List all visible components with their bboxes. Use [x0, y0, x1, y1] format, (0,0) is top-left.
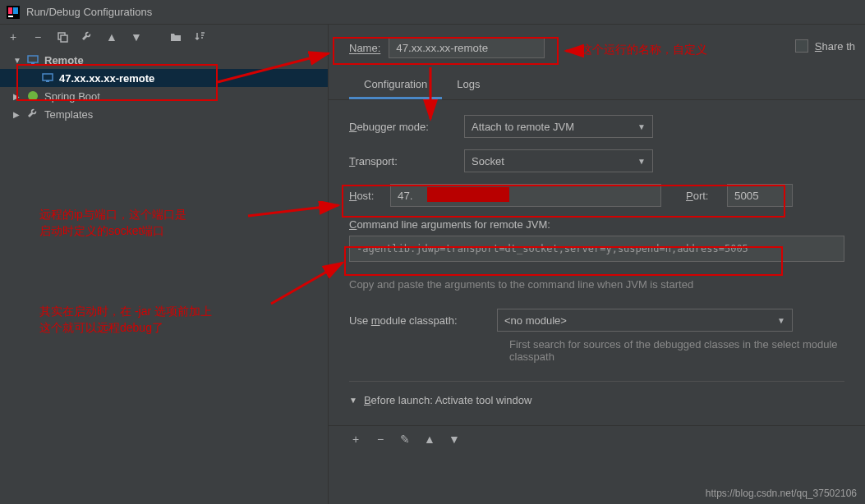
- remote-icon: [41, 71, 54, 85]
- wrench-icon: [26, 108, 39, 121]
- tab-configuration[interactable]: Configuration: [349, 71, 442, 99]
- tree-item-spring-boot[interactable]: ▶ Spring Boot: [0, 87, 328, 105]
- svg-rect-8: [43, 74, 53, 80]
- svg-rect-3: [8, 16, 13, 17]
- folder-icon[interactable]: [169, 30, 182, 44]
- add-icon[interactable]: +: [7, 30, 20, 44]
- down-icon[interactable]: ▼: [130, 30, 143, 44]
- config-toolbar: + − ▲ ▼: [0, 25, 328, 49]
- remove-icon[interactable]: −: [374, 433, 387, 446]
- watermark: https://blog.csdn.net/qq_37502106: [706, 488, 857, 499]
- share-label: Share th: [815, 40, 855, 53]
- name-row: Name:: [329, 25, 865, 65]
- sort-icon[interactable]: [194, 30, 207, 44]
- edit-icon[interactable]: ✎: [398, 433, 412, 446]
- remove-icon[interactable]: −: [31, 30, 44, 44]
- name-input[interactable]: [389, 37, 545, 58]
- sidebar: + − ▲ ▼ ▼ Remote 47.xx.xx.xx-remote ▶: [0, 25, 329, 504]
- before-launch-label: Before launch: Activate tool window: [364, 394, 532, 406]
- title-bar: Run/Debug Configurations: [0, 0, 865, 25]
- separator: [349, 381, 844, 382]
- dropdown-value: <no module>: [504, 314, 567, 327]
- svg-point-10: [28, 91, 38, 101]
- share-checkbox-row: Share th: [795, 39, 855, 53]
- cmd-label: Command line arguments for remote JVM:: [349, 218, 844, 231]
- tree-label: Spring Boot: [44, 90, 100, 103]
- share-checkbox[interactable]: [795, 39, 808, 53]
- transport-dropdown[interactable]: Socket ▼: [464, 149, 653, 172]
- transport-row: Transport: Socket ▼: [349, 149, 844, 172]
- transport-label: Transport:: [349, 155, 456, 167]
- app-icon: [7, 6, 20, 19]
- module-row: Use module classpath: <no module> ▼: [349, 309, 844, 332]
- copy-icon[interactable]: [56, 30, 69, 44]
- expand-arrow-icon: ▶: [13, 110, 23, 119]
- name-label: Name:: [349, 42, 380, 54]
- window-title: Run/Debug Configurations: [26, 6, 152, 18]
- svg-rect-7: [31, 62, 35, 64]
- tree-label: 47.xx.xx.xx-remote: [59, 72, 154, 85]
- expand-arrow-icon: ▶: [13, 92, 23, 101]
- tree-item-templates[interactable]: ▶ Templates: [0, 105, 328, 123]
- debugger-mode-row: Debugger mode: Attach to remote JVM ▼: [349, 115, 844, 138]
- content-panel: Name: Share th Configuration Logs Debugg…: [329, 25, 865, 504]
- down-icon[interactable]: ▼: [448, 433, 461, 446]
- debugger-mode-label: Debugger mode:: [349, 121, 456, 133]
- chevron-down-icon: ▼: [637, 157, 646, 166]
- host-port-row: Host: Port:: [349, 184, 844, 207]
- tree-item-remote[interactable]: ▼ Remote: [0, 51, 328, 69]
- chevron-down-icon: ▼: [777, 316, 785, 325]
- help-text-2: First search for sources of the debugged…: [509, 332, 844, 363]
- cmd-args-input[interactable]: [349, 236, 844, 262]
- port-label: Port:: [686, 190, 719, 202]
- tree-label: Templates: [44, 108, 93, 121]
- tree-item-remote-config[interactable]: 47.xx.xx.xx-remote: [0, 69, 328, 87]
- module-dropdown[interactable]: <no module> ▼: [497, 309, 793, 332]
- host-label: Host:: [349, 190, 382, 202]
- tree-label: Remote: [44, 54, 84, 66]
- tabs: Configuration Logs: [329, 65, 865, 100]
- svg-rect-5: [61, 35, 67, 42]
- chevron-down-icon: ▼: [349, 396, 357, 405]
- dropdown-value: Socket: [472, 155, 504, 167]
- up-icon[interactable]: ▲: [105, 30, 118, 44]
- debugger-mode-dropdown[interactable]: Attach to remote JVM ▼: [464, 115, 653, 138]
- svg-rect-6: [28, 56, 38, 62]
- spring-icon: [26, 89, 39, 103]
- up-icon[interactable]: ▲: [423, 433, 436, 446]
- bottom-toolbar: + − ✎ ▲ ▼: [329, 425, 865, 452]
- port-input[interactable]: [727, 184, 793, 207]
- wrench-icon[interactable]: [81, 30, 94, 44]
- before-launch-section[interactable]: ▼ Before launch: Activate tool window: [349, 390, 844, 410]
- config-tree: ▼ Remote 47.xx.xx.xx-remote ▶ Spring Boo…: [0, 49, 328, 504]
- config-body: Debugger mode: Attach to remote JVM ▼ Tr…: [329, 100, 865, 425]
- tab-logs[interactable]: Logs: [442, 71, 495, 99]
- help-text: Copy and paste the arguments to the comm…: [349, 262, 844, 302]
- svg-rect-9: [46, 80, 49, 82]
- module-label: Use module classpath:: [349, 314, 489, 327]
- dropdown-value: Attach to remote JVM: [472, 121, 574, 133]
- main-container: + − ▲ ▼ ▼ Remote 47.xx.xx.xx-remote ▶: [0, 25, 865, 504]
- svg-rect-2: [13, 7, 18, 14]
- expand-arrow-icon: ▼: [13, 56, 23, 65]
- redaction-bar: [427, 187, 509, 202]
- svg-rect-1: [8, 7, 12, 14]
- chevron-down-icon: ▼: [637, 122, 646, 131]
- remote-icon: [26, 53, 39, 66]
- add-icon[interactable]: +: [349, 433, 362, 446]
